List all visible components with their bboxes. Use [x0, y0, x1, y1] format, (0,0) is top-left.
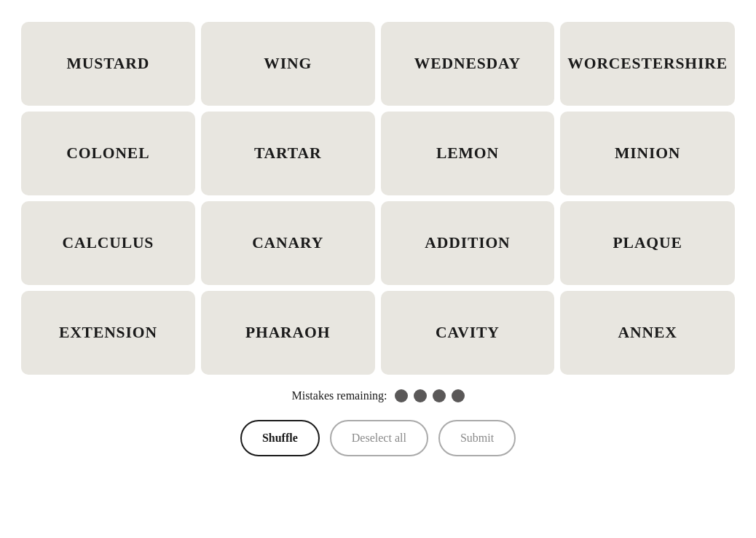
word-label-wing: WING [256, 55, 319, 73]
word-card-cavity[interactable]: CAVITY [381, 291, 555, 375]
word-card-wednesday[interactable]: WEDNESDAY [381, 22, 555, 106]
word-label-wednesday: WEDNESDAY [407, 55, 528, 73]
game-container: MUSTARDWINGWEDNESDAYWORCESTERSHIRECOLONE… [21, 22, 735, 456]
word-label-canary: CANARY [245, 234, 331, 252]
word-label-tartar: TARTAR [247, 144, 328, 163]
mistake-dots [395, 389, 465, 402]
word-label-addition: ADDITION [417, 234, 517, 252]
mistakes-label: Mistakes remaining: [291, 389, 387, 402]
word-label-calculus: CALCULUS [55, 234, 162, 252]
word-card-mustard[interactable]: MUSTARD [21, 22, 195, 106]
word-card-canary[interactable]: CANARY [201, 201, 375, 285]
mistakes-row: Mistakes remaining: [291, 389, 464, 402]
word-card-annex[interactable]: ANNEX [560, 291, 735, 375]
word-label-cavity: CAVITY [428, 324, 507, 342]
deselect-button[interactable]: Deselect all [330, 420, 428, 456]
word-label-extension: EXTENSION [52, 324, 165, 342]
word-card-colonel[interactable]: COLONEL [21, 112, 195, 195]
word-label-annex: ANNEX [611, 324, 685, 342]
word-card-calculus[interactable]: CALCULUS [21, 201, 195, 285]
buttons-row: Shuffle Deselect all Submit [240, 420, 516, 456]
submit-button[interactable]: Submit [438, 420, 516, 456]
word-card-extension[interactable]: EXTENSION [21, 291, 195, 375]
shuffle-button[interactable]: Shuffle [240, 420, 320, 456]
word-label-mustard: MUSTARD [60, 55, 157, 73]
word-card-tartar[interactable]: TARTAR [201, 112, 375, 195]
word-label-pharaoh: PHARAOH [238, 324, 337, 342]
word-grid: MUSTARDWINGWEDNESDAYWORCESTERSHIRECOLONE… [21, 22, 735, 375]
mistake-dot-2 [414, 389, 427, 402]
word-label-colonel: COLONEL [59, 144, 157, 163]
word-label-minion: MINION [607, 144, 688, 163]
word-card-plaque[interactable]: PLAQUE [560, 201, 735, 285]
word-card-wing[interactable]: WING [201, 22, 375, 106]
word-label-plaque: PLAQUE [606, 234, 690, 252]
mistake-dot-3 [433, 389, 446, 402]
word-label-lemon: LEMON [429, 144, 506, 163]
word-label-worcestershire: WORCESTERSHIRE [560, 55, 735, 73]
word-card-minion[interactable]: MINION [560, 112, 735, 195]
mistake-dot-1 [395, 389, 408, 402]
word-card-lemon[interactable]: LEMON [381, 112, 555, 195]
word-card-addition[interactable]: ADDITION [381, 201, 555, 285]
word-card-pharaoh[interactable]: PHARAOH [201, 291, 375, 375]
word-card-worcestershire[interactable]: WORCESTERSHIRE [560, 22, 735, 106]
mistake-dot-4 [452, 389, 465, 402]
